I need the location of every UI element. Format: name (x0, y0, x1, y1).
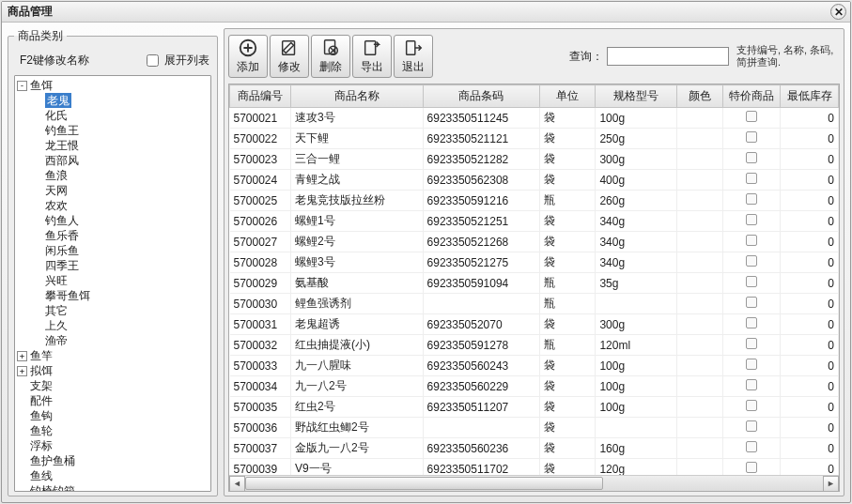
column-header[interactable]: 商品编号 (230, 85, 291, 108)
cell-special[interactable] (722, 459, 781, 476)
close-icon[interactable]: ✕ (830, 4, 846, 20)
tree-item-其它[interactable]: 其它 (45, 303, 68, 318)
tree-item-鱼饵[interactable]: 鱼饵 (30, 78, 53, 93)
content: 商品类别 F2键修改名称 展开列表 -鱼饵老鬼化氏钓鱼王龙王恨西部风鱼浪天网农欢… (2, 23, 850, 502)
column-header[interactable]: 单位 (539, 85, 595, 108)
table-row[interactable]: 5700032红虫抽提液(小)6923350591278瓶120ml0 (230, 335, 839, 356)
cell-special[interactable] (722, 252, 781, 273)
column-header[interactable]: 商品条码 (423, 85, 539, 108)
cell-special[interactable] (722, 170, 781, 191)
tree-toggle[interactable]: - (17, 81, 27, 91)
tree-item-闲乐鱼[interactable]: 闲乐鱼 (45, 243, 79, 258)
cell-special[interactable] (722, 397, 781, 418)
table-row[interactable]: 5700039V9一号6923350511702袋120g0 (230, 459, 839, 476)
cell-special[interactable] (722, 356, 781, 376)
table-row[interactable]: 5700027螺鲤2号6923350521268袋340g0 (230, 232, 839, 252)
table-row[interactable]: 5700030鲤鱼强诱剂瓶0 (230, 294, 839, 314)
table-row[interactable]: 5700023三合一鲤6923350521282袋300g0 (230, 149, 839, 170)
tree-item-龙王恨[interactable]: 龙王恨 (45, 138, 79, 153)
cell-special[interactable] (722, 191, 781, 211)
category-tree[interactable]: -鱼饵老鬼化氏钓鱼王龙王恨西部风鱼浪天网农欢钓鱼人鱼乐香闲乐鱼四季王兴旺攀哥鱼饵… (14, 75, 211, 492)
table-row[interactable]: 5700031老鬼超诱692335052070袋300g0 (230, 314, 839, 335)
delete-button[interactable]: 删除 (311, 35, 350, 78)
tree-item-老鬼[interactable]: 老鬼 (45, 93, 71, 108)
scroll-track[interactable] (245, 476, 823, 492)
cell-name: 螺鲤2号 (290, 232, 423, 252)
column-header[interactable]: 商品名称 (290, 85, 423, 108)
column-header[interactable]: 规格型号 (596, 85, 677, 108)
column-header[interactable]: 特价商品 (722, 85, 781, 108)
cell-special[interactable] (722, 314, 781, 335)
table-row[interactable]: 5700037金版九一八2号6923350560236袋160g0 (230, 438, 839, 459)
tree-item-鱼轮[interactable]: 鱼轮 (30, 423, 53, 438)
cell-special[interactable] (722, 418, 781, 438)
tree-toggle[interactable]: + (17, 351, 27, 361)
tree-toggle[interactable]: + (17, 366, 27, 376)
table-row[interactable]: 5700026螺鲤1号6923350521251袋340g0 (230, 211, 839, 232)
table-row[interactable]: 5700033九一八腥味6923350560243袋100g0 (230, 356, 839, 376)
cell-name: 天下鲤 (290, 129, 423, 149)
cell-special[interactable] (722, 129, 781, 149)
tree-item-攀哥鱼饵[interactable]: 攀哥鱼饵 (45, 288, 90, 303)
scroll-right-icon[interactable]: ► (823, 476, 839, 492)
cell-special[interactable] (722, 376, 781, 397)
table-row[interactable]: 5700028螺鲤3号6923350521275袋340g0 (230, 252, 839, 273)
tree-item-鱼浪[interactable]: 鱼浪 (45, 168, 68, 183)
cell-spec: 340g (596, 252, 677, 273)
tree-item-上久[interactable]: 上久 (45, 318, 68, 333)
tree-item-兴旺[interactable]: 兴旺 (45, 273, 68, 288)
edit-button[interactable]: 修改 (270, 35, 309, 78)
cell-unit: 袋 (539, 356, 595, 376)
add-button[interactable]: 添加 (228, 35, 268, 78)
cell-spec (596, 294, 677, 314)
tree-item-配件[interactable]: 配件 (30, 393, 53, 408)
search-input[interactable] (607, 47, 729, 66)
cell-special[interactable] (722, 438, 781, 459)
tree-item-钓鱼王[interactable]: 钓鱼王 (45, 123, 79, 138)
expand-list-checkbox[interactable]: 展开列表 (143, 52, 209, 69)
tree-item-鱼护鱼桶[interactable]: 鱼护鱼桶 (30, 453, 75, 468)
scroll-thumb[interactable] (245, 477, 603, 490)
export-button[interactable]: 导出 (352, 35, 392, 78)
scroll-left-icon[interactable]: ◄ (229, 476, 245, 492)
table-row[interactable]: 5700021速攻3号6923350511245袋100g0 (230, 108, 839, 129)
tree-item-西部风[interactable]: 西部风 (45, 153, 79, 168)
table-row[interactable]: 5700029氨基酸6923350591094瓶35g0 (230, 273, 839, 294)
cell-special[interactable] (722, 294, 781, 314)
table-row[interactable]: 5700036野战红虫鲫2号袋0 (230, 418, 839, 438)
grid-scroll[interactable]: 商品编号商品名称商品条码单位规格型号颜色特价商品最低库存 5700021速攻3号… (229, 84, 839, 475)
expand-list-input[interactable] (147, 54, 159, 67)
exit-button[interactable]: 退出 (394, 35, 433, 78)
cell-barcode: 6923350562308 (423, 170, 539, 191)
tree-item-农欢[interactable]: 农欢 (45, 198, 68, 213)
cell-special[interactable] (722, 108, 781, 129)
column-header[interactable]: 最低库存 (781, 85, 839, 108)
table-row[interactable]: 5700022天下鲤6923350521121袋250g0 (230, 129, 839, 149)
tree-item-钓椅钓箱[interactable]: 钓椅钓箱 (30, 483, 75, 492)
column-header[interactable]: 颜色 (676, 85, 722, 108)
table-row[interactable]: 5700035红虫2号6923350511207袋100g0 (230, 397, 839, 418)
tree-item-浮标[interactable]: 浮标 (30, 438, 53, 453)
tree-item-鱼钩[interactable]: 鱼钩 (30, 408, 53, 423)
table-row[interactable]: 5700025老鬼竞技版拉丝粉6923350591216瓶260g0 (230, 191, 839, 211)
table-row[interactable]: 5700024青鲤之战6923350562308袋400g0 (230, 170, 839, 191)
tree-item-鱼线[interactable]: 鱼线 (30, 468, 53, 483)
tree-item-拟饵[interactable]: 拟饵 (30, 363, 53, 378)
cell-special[interactable] (722, 273, 781, 294)
cell-special[interactable] (722, 232, 781, 252)
cell-special[interactable] (722, 149, 781, 170)
cell-barcode: 6923350591278 (423, 335, 539, 356)
cell-special[interactable] (722, 335, 781, 356)
tree-item-天网[interactable]: 天网 (45, 183, 68, 198)
horizontal-scrollbar[interactable]: ◄ ► (229, 475, 839, 491)
tree-item-渔帝[interactable]: 渔帝 (45, 333, 68, 348)
tree-item-鱼乐香[interactable]: 鱼乐香 (45, 228, 79, 243)
tree-item-化氏[interactable]: 化氏 (45, 108, 68, 123)
tree-item-四季王[interactable]: 四季王 (45, 258, 79, 273)
cell-special[interactable] (722, 211, 781, 232)
table-row[interactable]: 5700034九一八2号6923350560229袋100g0 (230, 376, 839, 397)
tree-item-支架[interactable]: 支架 (30, 378, 53, 393)
tree-item-钓鱼人[interactable]: 钓鱼人 (45, 213, 79, 228)
tree-item-鱼竿[interactable]: 鱼竿 (30, 348, 53, 363)
cell-unit: 瓶 (539, 294, 595, 314)
